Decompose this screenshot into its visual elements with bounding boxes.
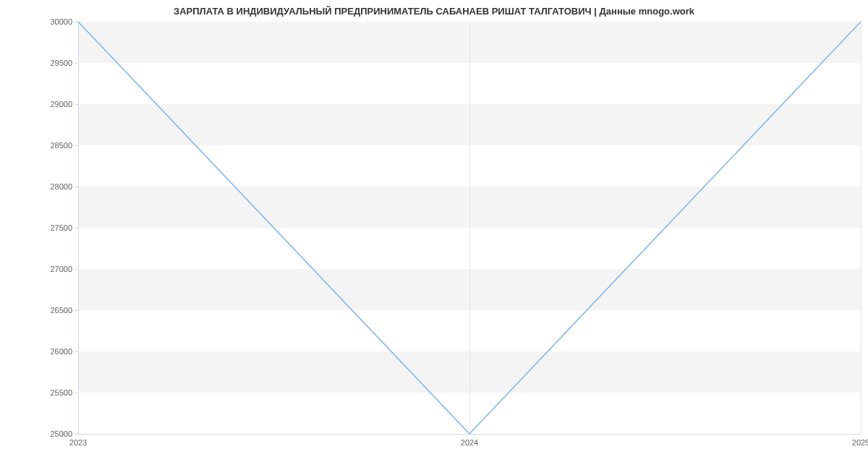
plot-area[interactable]: 2023202420252500025500260002650027000275…: [78, 22, 861, 434]
grid-line-vertical: [861, 22, 861, 434]
series-layer: [78, 22, 861, 434]
chart-container: ЗАРПЛАТА В ИНДИВИДУАЛЬНЫЙ ПРЕДПРИНИМАТЕЛ…: [0, 0, 868, 470]
x-tick-label: 2024: [461, 434, 478, 447]
chart-title: ЗАРПЛАТА В ИНДИВИДУАЛЬНЫЙ ПРЕДПРИНИМАТЕЛ…: [0, 0, 868, 17]
x-tick-label: 2025: [852, 434, 868, 447]
series-line[interactable]: [78, 22, 861, 434]
